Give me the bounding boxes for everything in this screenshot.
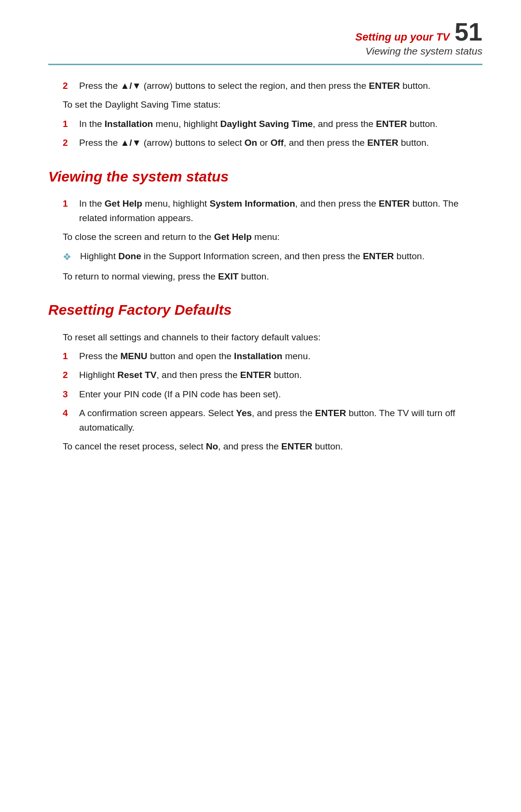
section2-step-number-1: 1 <box>63 196 70 225</box>
step-number-2: 2 <box>63 79 70 93</box>
section3-step-3-text: Enter your PIN code (If a PIN code has b… <box>79 387 482 401</box>
bullet-diamond-icon: ❖ <box>63 250 73 265</box>
page-number: 51 <box>454 19 482 44</box>
daylight-step-1: 1 In the Installation menu, highlight Da… <box>48 117 482 131</box>
section3-step-1-text: Press the MENU button and open the Insta… <box>79 349 482 363</box>
intro-step-2-text: Press the ▲/▼ (arrow) buttons to select … <box>79 79 482 93</box>
section3-step-4: 4 A confirmation screen appears. Select … <box>48 406 482 434</box>
page-header: Setting up your TV 51 Viewing the system… <box>48 19 482 61</box>
section2-bullet: ❖ Highlight Done in the Support Informat… <box>48 249 482 265</box>
daylight-step-2: 2 Press the ▲/▼ (arrow) buttons to selec… <box>48 136 482 150</box>
section3-steps-list: 1 Press the MENU button and open the Ins… <box>48 349 482 434</box>
section3-step-number-2: 2 <box>63 368 70 382</box>
daylight-step-number-2: 2 <box>63 136 70 150</box>
section3-step-2-text: Highlight Reset TV, and then press the E… <box>79 368 482 382</box>
section2-bullet-text: Highlight Done in the Support Informatio… <box>80 249 482 265</box>
close-intro: To close the screen and return to the Ge… <box>48 230 482 244</box>
header-top-line: Setting up your TV 51 <box>356 19 482 44</box>
daylight-steps-list: 1 In the Installation menu, highlight Da… <box>48 117 482 150</box>
section2-step-1-text: In the Get Help menu, highlight System I… <box>79 196 482 225</box>
section3-step-4-text: A confirmation screen appears. Select Ye… <box>79 406 482 434</box>
intro-step-2: 2 Press the ▲/▼ (arrow) buttons to selec… <box>48 79 482 93</box>
page: Setting up your TV 51 Viewing the system… <box>0 0 521 812</box>
return-text: To return to normal viewing, press the E… <box>48 269 482 283</box>
cancel-text: To cancel the reset process, select No, … <box>48 439 482 453</box>
section3-step-2: 2 Highlight Reset TV, and then press the… <box>48 368 482 382</box>
daylight-step-1-text: In the Installation menu, highlight Dayl… <box>79 117 482 131</box>
section3-step-number-3: 3 <box>63 387 70 401</box>
section3-step-number-1: 1 <box>63 349 70 363</box>
section2-step-1: 1 In the Get Help menu, highlight System… <box>48 196 482 225</box>
main-content: 2 Press the ▲/▼ (arrow) buttons to selec… <box>48 79 482 454</box>
header-divider <box>48 64 482 65</box>
section2-steps-list: 1 In the Get Help menu, highlight System… <box>48 196 482 225</box>
section2-title: Viewing the system status <box>48 166 482 188</box>
section3-step-number-4: 4 <box>63 406 70 434</box>
section3-step-1: 1 Press the MENU button and open the Ins… <box>48 349 482 363</box>
intro-steps-list: 2 Press the ▲/▼ (arrow) buttons to selec… <box>48 79 482 93</box>
daylight-intro: To set the Daylight Saving Time status: <box>48 98 482 112</box>
daylight-step-number-1: 1 <box>63 117 70 131</box>
section3-title: Resetting Factory Defaults <box>48 299 482 322</box>
daylight-step-2-text: Press the ▲/▼ (arrow) buttons to select … <box>79 136 482 150</box>
setting-up-label: Setting up your TV <box>356 31 450 43</box>
header-subtitle: Viewing the system status <box>366 45 482 57</box>
section3-step-3: 3 Enter your PIN code (If a PIN code has… <box>48 387 482 401</box>
section3-intro: To reset all settings and channels to th… <box>48 330 482 344</box>
